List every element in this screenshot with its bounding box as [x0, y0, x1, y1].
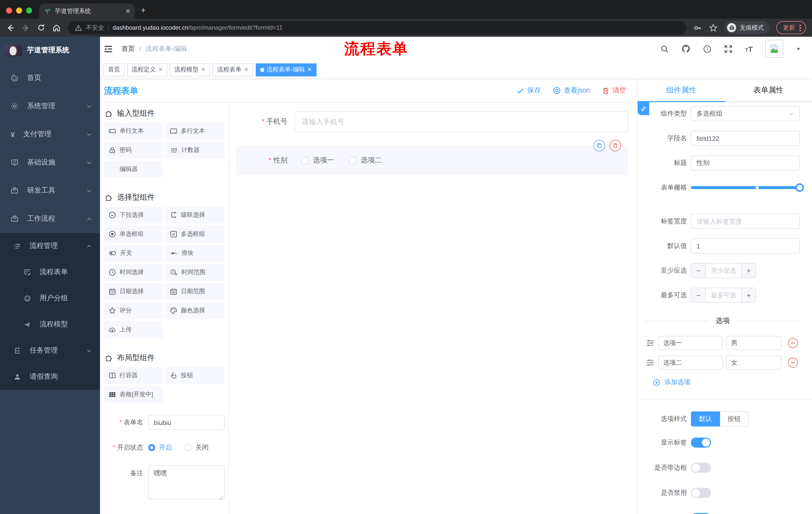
tag-process-form-edit[interactable]: 流程表单-编辑✕: [256, 63, 316, 76]
password-key-icon[interactable]: [693, 23, 702, 32]
sidebar-item-home[interactable]: 首页: [0, 64, 100, 92]
home-icon[interactable]: [52, 23, 61, 32]
label-width-input[interactable]: [691, 214, 800, 229]
palette-item-color-picker[interactable]: 颜色选择: [165, 302, 224, 319]
option-value-input[interactable]: [726, 356, 781, 370]
palette-item-select[interactable]: 下拉选择: [104, 207, 163, 223]
sidebar-item-system[interactable]: 系统管理: [0, 92, 100, 120]
form-name-input[interactable]: [148, 415, 225, 430]
disabled-switch[interactable]: [691, 488, 711, 498]
palette-item-multi-text[interactable]: 多行文本: [165, 123, 224, 139]
url-domain[interactable]: dashboard.yudao.iocoder.cn: [113, 24, 188, 31]
drag-handle-icon[interactable]: [646, 358, 655, 367]
palette-item-upload[interactable]: 上传: [104, 321, 163, 338]
tag-process-form[interactable]: 流程表单✕: [213, 63, 253, 76]
sidebar-toggle-icon[interactable]: [104, 44, 113, 54]
sidebar-item-workflow[interactable]: 工作流程: [0, 205, 100, 233]
bookmark-star-icon[interactable]: [709, 23, 718, 32]
browser-menu-icon[interactable]: [800, 24, 801, 31]
canvas-field-gender-selected[interactable]: 性别 选项一 选项二: [236, 146, 628, 175]
show-label-switch[interactable]: [691, 437, 711, 448]
sidebar-item-leave-query[interactable]: 请假查询: [0, 363, 100, 390]
view-json-button[interactable]: 查看json: [553, 86, 590, 95]
sidebar-item-task-mgmt[interactable]: 任务管理: [0, 337, 100, 363]
sidebar-item-devtools[interactable]: 研发工具: [0, 177, 100, 205]
avatar-caret-icon[interactable]: [796, 46, 801, 51]
close-icon[interactable]: ✕: [158, 66, 163, 73]
security-label[interactable]: 不安全: [86, 23, 104, 32]
tag-home[interactable]: 首页: [104, 63, 125, 76]
field-name-input[interactable]: [691, 131, 800, 146]
min-select-stepper[interactable]: − 至少应选 +: [691, 263, 756, 278]
remove-option-button[interactable]: [788, 358, 798, 368]
update-label[interactable]: 更新: [783, 23, 795, 32]
address-bar[interactable]: 不安全 dashboard.yudao.iocoder.cn/bpm/manag…: [68, 21, 686, 34]
palette-item-counter[interactable]: 123 计数器: [165, 142, 224, 158]
brand[interactable]: 芋道管理系统: [0, 37, 100, 64]
window-controls[interactable]: [0, 7, 39, 19]
duplicate-component-button[interactable]: [593, 140, 605, 152]
min-select-value[interactable]: 至少应选: [706, 264, 741, 278]
border-switch[interactable]: [691, 463, 711, 473]
minus-button[interactable]: −: [691, 288, 706, 302]
plus-button[interactable]: +: [741, 288, 756, 302]
font-size-icon[interactable]: TT: [745, 45, 753, 53]
search-icon[interactable]: [660, 45, 669, 53]
tag-process-model[interactable]: 流程模型✕: [170, 63, 210, 76]
remark-textarea[interactable]: 嘿嘿: [148, 465, 225, 499]
maximize-window-button[interactable]: [26, 7, 32, 13]
sidebar-item-user-group[interactable]: 用户分组: [0, 285, 100, 311]
palette-item-time-picker[interactable]: 时间选择: [104, 264, 163, 281]
sidebar-item-process-mgmt[interactable]: 流程管理: [0, 233, 100, 259]
add-option-button[interactable]: 添加选项: [653, 378, 800, 387]
close-icon[interactable]: ✕: [307, 66, 312, 73]
status-off-radio[interactable]: 关闭: [185, 443, 208, 452]
default-value-input[interactable]: [691, 238, 800, 253]
close-icon[interactable]: ✕: [244, 66, 249, 73]
sidebar-item-process-form[interactable]: 流程表单: [0, 259, 100, 285]
title-input[interactable]: [691, 155, 800, 170]
palette-item-cascader[interactable]: 级联选择: [165, 207, 224, 223]
url-path[interactable]: /bpm/manager/form/edit?formId=11: [188, 24, 283, 31]
palette-item-password[interactable]: 密码: [104, 142, 163, 158]
grid-slider[interactable]: [691, 180, 800, 195]
tab-component-props[interactable]: 组件属性: [638, 79, 725, 102]
fullscreen-icon[interactable]: [724, 45, 732, 53]
option-value-input[interactable]: [726, 336, 781, 350]
tab-close-icon[interactable]: ✕: [125, 8, 130, 14]
palette-item-checkbox-group[interactable]: 多选框组: [165, 226, 224, 242]
help-icon[interactable]: ?: [703, 45, 711, 53]
canvas-field-phone[interactable]: 手机号: [236, 111, 628, 132]
link-icon[interactable]: [638, 102, 649, 115]
sidebar-item-process-model[interactable]: 流程模型: [0, 311, 100, 337]
browser-tab[interactable]: 芋道管理系统 ✕: [39, 3, 135, 19]
tab-form-props[interactable]: 表单属性: [725, 79, 812, 102]
max-select-stepper[interactable]: − 最多可选 +: [691, 288, 756, 303]
reload-icon[interactable]: [37, 24, 45, 32]
slider-handle[interactable]: [795, 183, 804, 192]
browser-update-button[interactable]: 更新: [776, 21, 806, 34]
save-button[interactable]: 保存: [517, 86, 541, 95]
required-switch[interactable]: [691, 513, 711, 514]
option-label-input[interactable]: [658, 356, 723, 370]
breadcrumb-home[interactable]: 首页: [122, 44, 135, 53]
phone-input[interactable]: [294, 111, 628, 132]
palette-item-editor[interactable]: 编辑器: [104, 161, 163, 178]
sidebar-item-infra[interactable]: 基础设施: [0, 148, 100, 177]
component-type-select[interactable]: 多选框组: [691, 106, 800, 121]
palette-item-button[interactable]: 按钮: [165, 367, 224, 384]
gender-option-1-checkbox[interactable]: 选项一: [301, 156, 334, 165]
forward-icon[interactable]: [22, 23, 30, 32]
delete-component-button[interactable]: [609, 140, 621, 152]
close-window-button[interactable]: [6, 7, 12, 13]
palette-item-table[interactable]: 表格[开发中]: [104, 386, 163, 403]
new-tab-button[interactable]: +: [135, 5, 153, 19]
github-icon[interactable]: [681, 44, 690, 53]
close-icon[interactable]: ✕: [201, 66, 205, 73]
style-default-button[interactable]: 默认: [691, 411, 720, 427]
status-on-radio[interactable]: 开启: [148, 443, 172, 452]
palette-item-date-range[interactable]: 日期范围: [165, 283, 224, 300]
palette-item-single-text[interactable]: 单行文本: [104, 123, 163, 139]
style-button-button[interactable]: 按钮: [720, 411, 749, 427]
drag-handle-icon[interactable]: [646, 339, 655, 348]
